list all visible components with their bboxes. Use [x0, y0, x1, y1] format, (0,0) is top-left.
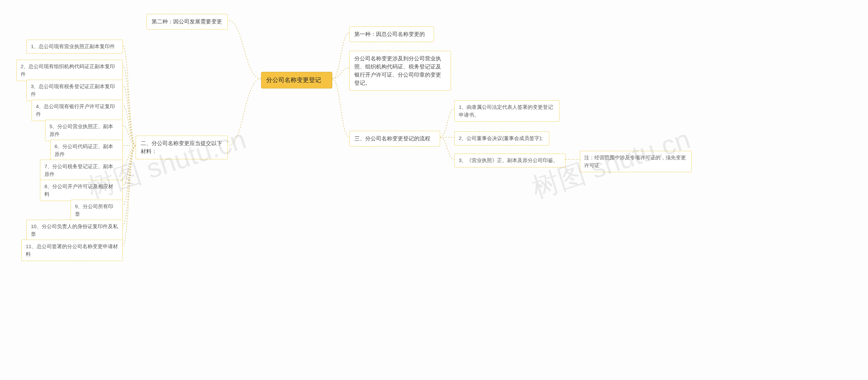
leaf-process-3-label: 3、《营业执照》正、副本及原分公司印鉴。: [459, 157, 558, 163]
leaf-material-4-label: 4、总公司现有银行开户许可证复印件: [36, 103, 115, 117]
leaf-material-3-label: 3、总公司现有税务登记证正副本复印件: [31, 83, 115, 97]
leaf-material-9-label: 9、分公司所有印章: [75, 203, 113, 217]
leaf-material-5-label: 5、分公司营业执照正、副本原件: [50, 123, 113, 137]
leaf-material-9[interactable]: 9、分公司所有印章: [71, 200, 123, 221]
leaf-material-6[interactable]: 6、分公司代码证正、副本原件: [50, 140, 123, 161]
root-node[interactable]: 分公司名称变更登记: [261, 72, 332, 88]
branch-left-1-label: 第二种：因公司发展需要变更: [152, 19, 222, 24]
leaf-process-2-label: 2、公司董事会决议(董事会成员签字);: [459, 135, 543, 141]
root-title: 分公司名称变更登记: [266, 77, 321, 83]
branch-left-1[interactable]: 第二种：因公司发展需要变更: [146, 14, 228, 29]
leaf-material-5[interactable]: 5、分公司营业执照正、副本原件: [45, 120, 123, 141]
leaf-material-4[interactable]: 4、总公司现有银行开户许可证复印件: [32, 100, 123, 121]
leaf-material-7-label: 7、分公司税务登记证正、副本原件: [44, 163, 113, 177]
leaf-material-11[interactable]: 11、总公司签署的分公司名称变更申请材料: [21, 240, 123, 261]
leaf-process-1[interactable]: 1、由隶属公司法定代表人签署的变更登记申请书。: [454, 100, 559, 122]
leaf-material-10[interactable]: 10、分公司负责人的身份证复印件及私章: [26, 220, 123, 241]
leaf-material-2[interactable]: 2、总公司现有组织机构代码证正副本复印件: [16, 60, 123, 81]
leaf-material-8[interactable]: 8、分公司开户许可证及相应材料: [40, 180, 123, 201]
branch-right-1[interactable]: 第一种：因总公司名称变更的: [349, 26, 434, 42]
branch-right-3-label: 三、分公司名称变更登记的流程: [354, 136, 430, 141]
leaf-material-8-label: 8、分公司开户许可证及相应材料: [44, 183, 113, 197]
branch-left-2-label: 二、分公司名称变更应当提交以下材料：: [141, 140, 222, 154]
branch-right-3[interactable]: 三、分公司名称变更登记的流程: [349, 131, 440, 146]
leaf-process-3[interactable]: 3、《营业执照》正、副本及原分公司印鉴。: [454, 154, 566, 167]
leaf-material-10-label: 10、分公司负责人的身份证复印件及私章: [31, 223, 118, 237]
leaf-process-3-note-label: 注：经营范围中涉及专项许可证的，须先变更许可证: [584, 155, 686, 168]
branch-left-2[interactable]: 二、分公司名称变更应当提交以下材料：: [136, 136, 228, 159]
branch-right-2[interactable]: 分公司名称变更涉及到分公司营业执照、组织机构代码证、税务登记证及银行开户许可证、…: [349, 51, 451, 91]
leaf-material-6-label: 6、分公司代码证正、副本原件: [55, 143, 113, 157]
leaf-material-1-label: 1、总公司现有营业执照正副本复印件: [31, 43, 115, 49]
leaf-process-2[interactable]: 2、公司董事会决议(董事会成员签字);: [454, 132, 549, 145]
branch-right-1-label: 第一种：因总公司名称变更的: [354, 31, 425, 37]
leaf-material-2-label: 2、总公司现有组织机构代码证正副本复印件: [21, 63, 115, 77]
branch-right-2-label: 分公司名称变更涉及到分公司营业执照、组织机构代码证、税务登记证及银行开户许可证、…: [354, 56, 441, 86]
leaf-material-7[interactable]: 7、分公司税务登记证正、副本原件: [40, 160, 123, 181]
leaf-material-3[interactable]: 3、总公司现有税务登记证正副本复印件: [26, 80, 123, 101]
leaf-material-1[interactable]: 1、总公司现有营业执照正副本复印件: [26, 40, 123, 54]
leaf-material-11-label: 11、总公司签署的分公司名称变更申请材料: [26, 243, 118, 257]
leaf-process-3-note[interactable]: 注：经营范围中涉及专项许可证的，须先变更许可证: [580, 151, 692, 172]
leaf-process-1-label: 1、由隶属公司法定代表人签署的变更登记申请书。: [459, 104, 553, 118]
